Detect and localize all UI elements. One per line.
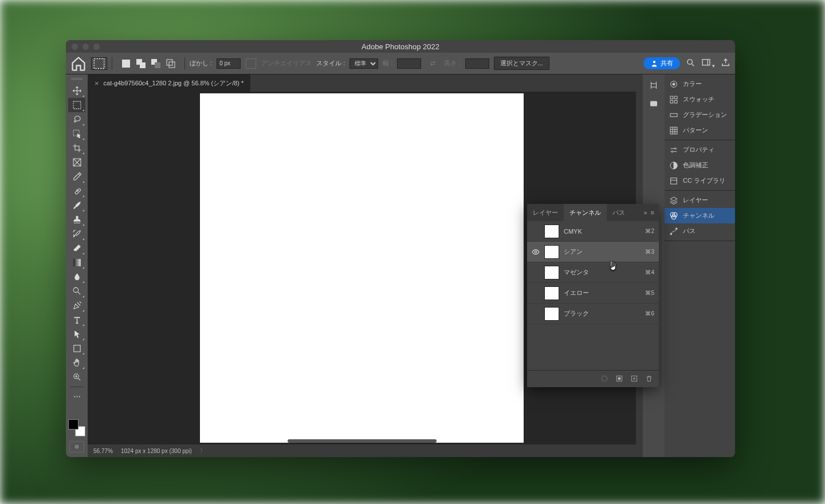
horizontal-scrollbar[interactable]: [288, 439, 437, 443]
crop-tool[interactable]: [68, 141, 85, 155]
eyedropper-tool[interactable]: [68, 170, 85, 184]
zoom-tool[interactable]: [68, 370, 85, 384]
svg-rect-3: [140, 62, 146, 68]
window-controls[interactable]: [72, 44, 100, 50]
channel-row[interactable]: CMYK⌘2: [527, 221, 659, 242]
save-selection-icon[interactable]: [615, 375, 623, 384]
svg-rect-23: [650, 101, 657, 107]
channel-thumbnail: [544, 307, 559, 321]
share-button[interactable]: 共有: [643, 57, 680, 69]
panel-gradients[interactable]: グラデーション: [665, 107, 735, 123]
lasso-tool[interactable]: [68, 112, 85, 127]
channel-thumbnail: [544, 225, 559, 238]
panel-libraries[interactable]: CC ライブラリ: [665, 173, 735, 188]
eraser-tool[interactable]: [68, 241, 85, 255]
document-info[interactable]: 1024 px x 1280 px (300 ppi): [121, 448, 192, 454]
healing-tool[interactable]: [68, 184, 85, 198]
tool-preset[interactable]: [91, 57, 107, 70]
workspace-icon[interactable]: ▾: [701, 58, 715, 69]
channel-row[interactable]: イエロー⌘5: [527, 283, 659, 304]
panel-menu-icon[interactable]: ≡: [651, 209, 654, 216]
type-tool[interactable]: [68, 313, 85, 327]
visibility-toggle[interactable]: [532, 227, 540, 235]
shape-tool[interactable]: [68, 341, 85, 356]
close-tab-icon[interactable]: ×: [95, 79, 99, 88]
history-brush-tool[interactable]: [68, 227, 85, 241]
hand-tool[interactable]: [68, 356, 85, 370]
svg-point-39: [670, 233, 672, 235]
path-select-tool[interactable]: [68, 327, 85, 341]
window-title: Adobe Photoshop 2022: [362, 42, 439, 51]
panel-layers[interactable]: レイヤー: [665, 192, 735, 208]
svg-rect-11: [702, 60, 710, 65]
dodge-tool[interactable]: [68, 284, 85, 298]
panel-patterns[interactable]: パターン: [665, 123, 735, 138]
blur-tool[interactable]: [68, 270, 85, 284]
move-tool[interactable]: [68, 84, 85, 98]
load-selection-icon[interactable]: [600, 375, 608, 384]
canvas[interactable]: [200, 93, 524, 443]
style-label: スタイル :: [316, 59, 345, 68]
delete-channel-icon[interactable]: [645, 375, 653, 384]
pen-tool[interactable]: [68, 298, 85, 313]
document-tab[interactable]: × cat-g4b97560c4_1280 2.jpg @ 56.8% (シアン…: [88, 74, 250, 92]
stamp-tool[interactable]: [68, 212, 85, 227]
tab-title: cat-g4b97560c4_1280 2.jpg @ 56.8% (シアン/8…: [104, 79, 244, 88]
swap-dimensions-icon: ⇄: [426, 58, 439, 69]
feather-input[interactable]: [217, 58, 241, 69]
antialias-checkbox: [245, 58, 257, 69]
svg-rect-18: [73, 345, 80, 352]
dock-icon-1[interactable]: [649, 80, 659, 93]
dock-icon-2[interactable]: [649, 99, 659, 111]
visibility-toggle[interactable]: [532, 269, 540, 277]
visibility-toggle[interactable]: [532, 248, 540, 256]
visibility-toggle[interactable]: [532, 289, 540, 297]
svg-point-21: [76, 396, 77, 397]
select-and-mask-button[interactable]: 選択とマスク...: [494, 57, 549, 70]
tab-paths[interactable]: パス: [607, 204, 631, 221]
channel-name: シアン: [564, 247, 641, 256]
panel-channels[interactable]: チャンネル: [665, 208, 735, 223]
svg-point-22: [78, 396, 80, 397]
subtract-selection-icon[interactable]: [150, 58, 162, 69]
intersect-selection-icon[interactable]: [165, 58, 176, 69]
width-label: 幅 :: [383, 59, 392, 68]
svg-point-41: [535, 251, 537, 253]
panel-color[interactable]: カラー: [665, 76, 735, 92]
tab-channels[interactable]: チャンネル: [564, 204, 607, 221]
visibility-toggle[interactable]: [532, 310, 540, 318]
gradient-tool[interactable]: [68, 255, 85, 270]
channel-row[interactable]: ブラック⌘6: [527, 304, 659, 324]
style-select[interactable]: 標準: [349, 58, 378, 69]
quick-mask-toggle[interactable]: [69, 441, 84, 452]
panel-swatches[interactable]: スウォッチ: [665, 92, 735, 107]
toolbar-grip[interactable]: [71, 78, 82, 80]
new-channel-icon[interactable]: [630, 375, 638, 384]
frame-tool[interactable]: [68, 155, 85, 170]
new-selection-icon[interactable]: [120, 58, 132, 69]
document-tab-bar: × cat-g4b97560c4_1280 2.jpg @ 56.8% (シアン…: [88, 74, 636, 92]
zoom-level[interactable]: 56.77%: [93, 448, 113, 454]
collapse-panel-icon[interactable]: »: [643, 209, 647, 216]
channel-shortcut: ⌘5: [645, 290, 654, 296]
add-selection-icon[interactable]: [135, 58, 147, 69]
color-swatches[interactable]: [68, 419, 85, 436]
status-menu-icon[interactable]: 〉: [200, 447, 206, 455]
home-button[interactable]: [70, 57, 87, 70]
marquee-tool[interactable]: [68, 98, 85, 112]
brush-tool[interactable]: [68, 198, 85, 212]
panel-properties[interactable]: プロパティ: [665, 142, 735, 158]
svg-point-33: [671, 151, 673, 152]
tab-layers[interactable]: レイヤー: [527, 204, 564, 221]
object-select-tool[interactable]: [68, 127, 85, 141]
svg-rect-1: [122, 60, 130, 68]
panel-paths[interactable]: パス: [665, 223, 735, 239]
svg-point-25: [673, 83, 675, 85]
channel-row[interactable]: マゼンタ⌘4: [527, 262, 659, 283]
search-icon[interactable]: [686, 58, 696, 69]
channel-row[interactable]: シアン⌘3: [527, 242, 659, 262]
export-icon[interactable]: [721, 58, 730, 69]
edit-toolbar-icon[interactable]: [68, 389, 85, 404]
svg-rect-35: [671, 178, 677, 184]
panel-adjustments[interactable]: 色調補正: [665, 158, 735, 173]
